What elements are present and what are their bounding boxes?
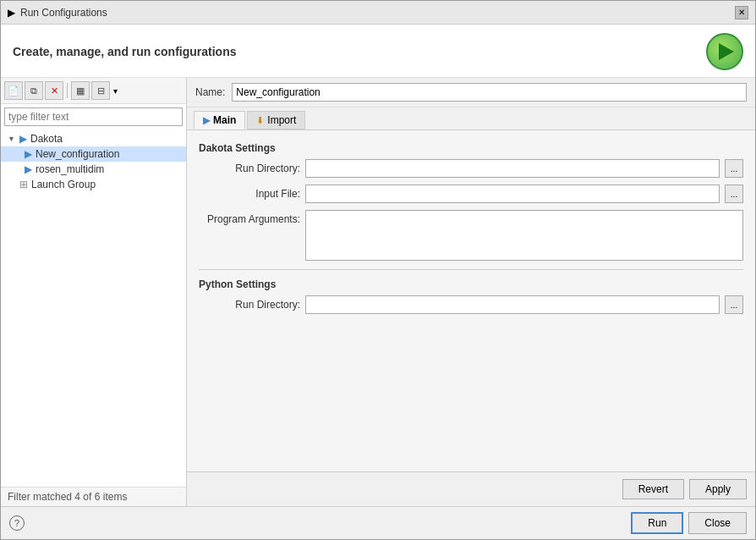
filter-button[interactable]: ▦ bbox=[71, 81, 90, 100]
titlebar: ▶ Run Configurations ✕ bbox=[1, 1, 755, 25]
dakota-input-file-row: Input File: ... bbox=[199, 185, 743, 203]
dakota-input-file-input[interactable] bbox=[305, 185, 720, 203]
tab-main-label: Main bbox=[213, 114, 236, 126]
run-configurations-window: ▶ Run Configurations ✕ Create, manage, a… bbox=[0, 0, 756, 540]
dakota-run-dir-label: Run Directory: bbox=[199, 163, 300, 174]
filter-input[interactable] bbox=[4, 107, 183, 126]
collapse-button[interactable]: ⊟ bbox=[91, 81, 110, 100]
dakota-input-file-label: Input File: bbox=[199, 188, 300, 200]
dakota-run-dir-row: Run Directory: ... bbox=[199, 159, 743, 178]
config-tree: ▼ ▶ Dakota ▶ New_configuration ▶ rosen_m… bbox=[1, 129, 186, 487]
tabs: ▶ Main ⬇ Import bbox=[187, 107, 755, 130]
python-section: Python Settings Run Directory: ... bbox=[199, 269, 743, 314]
main-tab-icon: ▶ bbox=[203, 115, 210, 126]
dakota-program-args-label: Program Arguments: bbox=[199, 210, 300, 225]
tree-item-label: Launch Group bbox=[31, 179, 96, 190]
dakota-input-file-browse[interactable]: ... bbox=[725, 185, 743, 203]
tree-item-label: Dakota bbox=[30, 133, 63, 145]
dakota-program-args-input[interactable] bbox=[305, 210, 743, 261]
run-button[interactable] bbox=[706, 33, 743, 70]
tab-main[interactable]: ▶ Main bbox=[194, 111, 245, 129]
titlebar-title: Run Configurations bbox=[20, 7, 107, 19]
copy-config-button[interactable]: ⧉ bbox=[25, 81, 43, 100]
folder-icon: ▶ bbox=[19, 133, 27, 145]
python-run-dir-browse[interactable]: ... bbox=[725, 295, 743, 314]
main-content: 📄 ⧉ ✕ ▦ ⊟ ▾ ▼ ▶ Dakota ▶ bbox=[1, 78, 755, 506]
python-run-dir-row: Run Directory: ... bbox=[199, 295, 743, 314]
form-area: Dakota Settings Run Directory: ... Input… bbox=[187, 130, 755, 471]
import-tab-icon: ⬇ bbox=[256, 115, 264, 126]
python-run-dir-label: Run Directory: bbox=[199, 299, 300, 311]
left-panel: 📄 ⧉ ✕ ▦ ⊟ ▾ ▼ ▶ Dakota ▶ bbox=[1, 78, 187, 506]
sidebar-item-new-configuration[interactable]: ▶ New_configuration bbox=[1, 146, 186, 162]
apply-button[interactable]: Apply bbox=[689, 479, 747, 499]
titlebar-icon: ▶ bbox=[8, 7, 15, 19]
tab-import-label: Import bbox=[267, 114, 296, 126]
run-triangle-icon bbox=[719, 43, 734, 60]
left-toolbar: 📄 ⧉ ✕ ▦ ⊟ ▾ bbox=[1, 78, 186, 104]
python-section-title: Python Settings bbox=[199, 278, 743, 290]
group-icon: ⊞ bbox=[19, 179, 28, 190]
name-bar: Name: bbox=[187, 78, 755, 107]
dakota-program-args-row: Program Arguments: bbox=[199, 210, 743, 261]
config-icon: ▶ bbox=[25, 163, 32, 175]
page-title: Create, manage, and run configurations bbox=[13, 45, 237, 58]
tab-import[interactable]: ⬇ Import bbox=[247, 111, 305, 129]
sidebar-item-rosen-multidim[interactable]: ▶ rosen_multidim bbox=[1, 162, 186, 177]
new-config-button[interactable]: 📄 bbox=[4, 81, 23, 100]
bottom-bar: Revert Apply bbox=[187, 471, 755, 506]
filter-status: Filter matched 4 of 6 items bbox=[1, 487, 186, 506]
config-icon: ▶ bbox=[25, 148, 32, 160]
tree-item-label: New_configuration bbox=[36, 148, 119, 160]
python-run-dir-input[interactable] bbox=[305, 295, 720, 314]
sidebar-item-launch-group[interactable]: ⊞ Launch Group bbox=[1, 177, 186, 192]
footer: ? Run Close bbox=[1, 506, 755, 539]
dakota-run-dir-browse[interactable]: ... bbox=[725, 159, 743, 178]
close-icon[interactable]: ✕ bbox=[735, 6, 748, 19]
close-button[interactable]: Close bbox=[688, 512, 747, 534]
tree-item-label: rosen_multidim bbox=[36, 163, 104, 175]
dakota-run-dir-input[interactable] bbox=[305, 159, 720, 178]
sidebar-item-dakota[interactable]: ▼ ▶ Dakota bbox=[1, 131, 186, 146]
header: Create, manage, and run configurations bbox=[1, 25, 755, 78]
titlebar-left: ▶ Run Configurations bbox=[8, 7, 107, 19]
name-input[interactable] bbox=[232, 83, 747, 102]
expand-arrow-icon: ▼ bbox=[8, 135, 16, 143]
help-button[interactable]: ? bbox=[9, 515, 25, 531]
name-label: Name: bbox=[195, 86, 225, 98]
dakota-section-title: Dakota Settings bbox=[199, 142, 743, 154]
footer-buttons: Run Close bbox=[631, 512, 747, 534]
delete-config-button[interactable]: ✕ bbox=[45, 81, 63, 100]
right-panel: Name: ▶ Main ⬇ Import Dakota Settings bbox=[187, 78, 755, 506]
revert-button[interactable]: Revert bbox=[622, 479, 684, 499]
run-button[interactable]: Run bbox=[631, 512, 683, 534]
toolbar-separator bbox=[67, 83, 68, 98]
dropdown-arrow[interactable]: ▾ bbox=[113, 86, 118, 96]
